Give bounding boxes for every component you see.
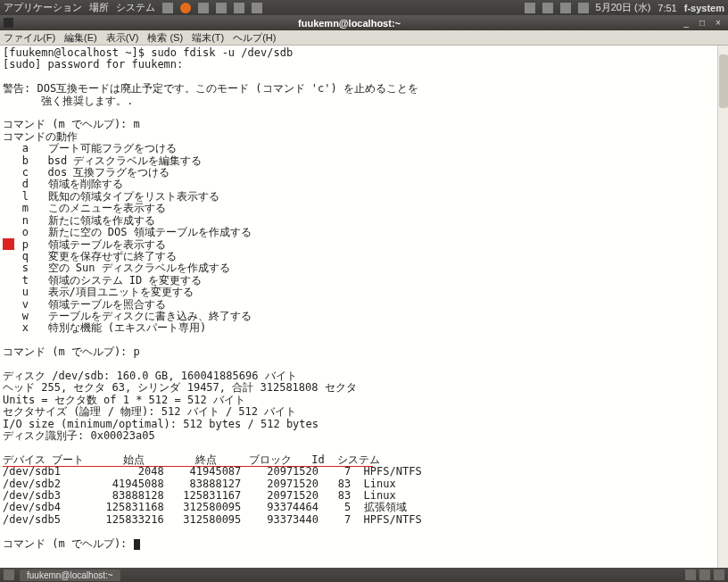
- minimize-button[interactable]: _: [680, 18, 692, 29]
- volume-icon[interactable]: [560, 3, 571, 13]
- clock-time[interactable]: 7:51: [658, 3, 676, 13]
- menu-terminal[interactable]: 端末(T): [192, 31, 224, 45]
- bottom-panel: fuukemn@localhost:~: [0, 568, 728, 582]
- menu-view[interactable]: 表示(V): [106, 31, 139, 45]
- window-title: fuukemn@localhost:~: [19, 18, 680, 29]
- user-menu[interactable]: f-system: [684, 3, 724, 13]
- places-menu[interactable]: 場所: [89, 1, 109, 14]
- trash-icon[interactable]: [714, 570, 724, 580]
- terminal-cursor: [134, 539, 140, 550]
- launcher-icon[interactable]: [234, 3, 244, 13]
- clock-date[interactable]: 5月20日 (水): [596, 1, 651, 14]
- menu-search[interactable]: 検索 (S): [147, 31, 183, 45]
- menu-edit[interactable]: 編集(E): [64, 31, 97, 45]
- tray-icon[interactable]: [525, 3, 535, 13]
- applications-menu[interactable]: アプリケーション: [4, 1, 82, 14]
- maximize-button[interactable]: □: [696, 18, 708, 29]
- terminal-icon: [4, 18, 13, 28]
- launcher-icon[interactable]: [198, 3, 209, 13]
- menu-help[interactable]: ヘルプ(H): [233, 31, 276, 45]
- workspace-switcher-1[interactable]: [685, 570, 696, 580]
- firefox-icon[interactable]: [180, 3, 191, 13]
- close-button[interactable]: ×: [712, 18, 724, 29]
- workspace-switcher-2[interactable]: [699, 570, 710, 580]
- network-icon[interactable]: [578, 3, 589, 13]
- scrollbar-thumb[interactable]: [719, 54, 728, 108]
- vertical-scrollbar[interactable]: [717, 46, 728, 568]
- menu-file[interactable]: ファイル(F): [4, 31, 55, 45]
- terminal-output: [fuukemn@localhost ~]$ sudo fdisk -u /de…: [0, 46, 728, 552]
- launcher-icon[interactable]: [216, 3, 227, 13]
- show-desktop-icon[interactable]: [4, 570, 14, 580]
- launcher-icon[interactable]: [162, 3, 173, 13]
- top-panel: アプリケーション 場所 システム 5月20日 (水) 7:51 f-system: [0, 0, 728, 15]
- taskbar-item-terminal[interactable]: fuukemn@localhost:~: [20, 570, 120, 581]
- terminal-menubar: ファイル(F) 編集(E) 表示(V) 検索 (S) 端末(T) ヘルプ(H): [0, 30, 728, 46]
- tray-icon[interactable]: [542, 3, 553, 13]
- highlight-sdb1-row: [3, 466, 373, 467]
- system-menu[interactable]: システム: [116, 1, 155, 14]
- terminal-viewport[interactable]: [fuukemn@localhost ~]$ sudo fdisk -u /de…: [0, 46, 728, 568]
- launcher-icon[interactable]: [252, 3, 262, 13]
- window-titlebar[interactable]: fuukemn@localhost:~ _ □ ×: [0, 15, 728, 30]
